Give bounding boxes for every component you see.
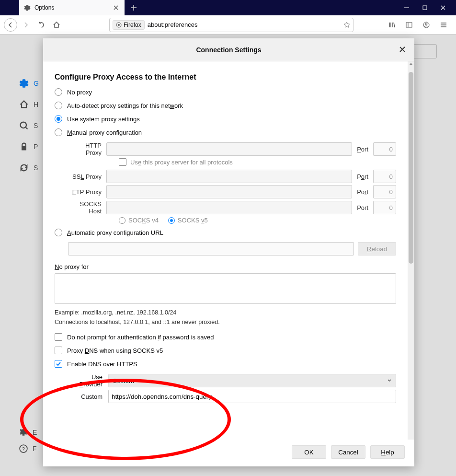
use-for-all-checkbox[interactable]: Use this proxy server for all protocols [119, 158, 396, 166]
enable-doh-label: Enable DNS over HTTPS [67, 360, 137, 368]
sidebar-bottom: E ? F [19, 424, 37, 457]
radio-socks-v5[interactable]: SOCKS v5 [168, 217, 208, 224]
scroll-up-icon[interactable] [408, 61, 414, 66]
http-proxy-input[interactable] [106, 142, 352, 156]
url-text: about:preferences [148, 21, 341, 28]
no-proxy-textarea[interactable] [55, 273, 396, 304]
gear-icon [24, 4, 31, 11]
toolbar: Firefox about:preferences [0, 15, 456, 35]
sidebar-item-sync[interactable]: S [19, 157, 43, 178]
help-button[interactable]: Help [370, 445, 405, 459]
radio-no-proxy[interactable]: No proxy [55, 88, 396, 96]
dialog-footer: OK Cancel Help [43, 440, 414, 466]
gear-icon [19, 79, 29, 88]
reload-button[interactable]: Reload [358, 242, 396, 255]
close-window-icon[interactable] [440, 4, 446, 11]
dialog-body: Configure Proxy Access to the Internet N… [43, 61, 414, 440]
library-button[interactable] [385, 18, 399, 32]
sidebar-item-general[interactable]: G [19, 73, 43, 94]
maximize-icon[interactable] [422, 4, 428, 11]
example-text: Example: .mozilla.org, .net.nz, 192.168.… [55, 309, 396, 316]
forward-button[interactable] [19, 18, 33, 32]
radio-auto-detect[interactable]: Auto-detect proxy settings for this netw… [55, 102, 396, 109]
bookmark-star-icon[interactable] [343, 22, 350, 28]
checkbox-icon [119, 158, 126, 166]
radio-icon [55, 229, 62, 236]
search-icon [19, 121, 29, 130]
title-bar: Options [0, 0, 456, 15]
radio-manual[interactable]: Manual proxy configuration [55, 128, 396, 136]
identity-box[interactable]: Firefox [113, 20, 145, 30]
account-button[interactable] [420, 18, 433, 32]
home-icon [19, 100, 29, 109]
ftp-proxy-input[interactable] [106, 185, 352, 198]
ftp-port-input[interactable] [373, 185, 396, 198]
no-proxy-label: No proxy for [55, 263, 396, 270]
manual-proxy-grid: HTTP Proxy Port Use this proxy server fo… [68, 142, 396, 224]
radio-socks-v4[interactable]: SOCKS v4 [119, 217, 159, 224]
svg-point-5 [425, 23, 427, 25]
sync-icon [19, 163, 29, 173]
ssl-port-input[interactable] [373, 170, 396, 183]
sidebar-item-search[interactable]: S [19, 115, 43, 136]
radio-icon [55, 115, 62, 123]
close-icon[interactable] [112, 4, 120, 12]
socks-port-input[interactable] [373, 201, 396, 214]
custom-label: Custom [68, 393, 104, 400]
sidebar-item-extensions[interactable]: E [19, 424, 37, 441]
radio-icon [119, 217, 125, 224]
provider-label: Use Provider [68, 373, 104, 388]
close-icon[interactable] [398, 45, 407, 54]
address-bar[interactable]: Firefox about:preferences [109, 18, 353, 32]
radio-auto-url[interactable]: Automatic proxy configuration URL [55, 229, 396, 236]
puzzle-icon [19, 428, 28, 437]
socks-host-label: SOCKS Host [68, 200, 104, 215]
pac-url-input[interactable] [68, 242, 354, 255]
checkbox-enable-doh[interactable]: Enable DNS over HTTPS [55, 360, 396, 368]
tab-title: Options [34, 4, 108, 11]
svg-rect-0 [423, 6, 427, 10]
localhost-note: Connections to localhost, 127.0.0.1, and… [55, 319, 396, 325]
socks-host-input[interactable] [106, 201, 352, 214]
radio-icon [55, 102, 62, 109]
ssl-proxy-input[interactable] [106, 170, 352, 183]
svg-point-2 [118, 24, 120, 26]
ftp-proxy-label: FTP Proxy [68, 188, 104, 196]
provider-select[interactable]: Custom [108, 374, 396, 387]
scrollbar[interactable] [408, 61, 414, 440]
new-tab-button[interactable] [130, 4, 137, 11]
reload-button[interactable] [34, 18, 48, 32]
checkbox-icon [55, 360, 62, 368]
dialog-header: Connection Settings [43, 38, 414, 61]
sidebar-button[interactable] [402, 18, 416, 32]
scrollbar-thumb[interactable] [409, 72, 413, 264]
svg-rect-7 [22, 146, 26, 151]
back-button[interactable] [4, 18, 17, 32]
checkbox-no-prompt[interactable]: Do not prompt for authentication if pass… [55, 333, 396, 341]
radio-icon [55, 88, 62, 96]
checkbox-icon [55, 333, 62, 341]
sidebar-item-support[interactable]: ? F [19, 441, 37, 457]
sidebar-item-privacy[interactable]: P [19, 136, 43, 157]
checkbox-proxy-dns[interactable]: Proxy DNS when using SOCKS v5 [55, 347, 396, 354]
minimize-icon[interactable] [403, 4, 410, 11]
browser-tab[interactable]: Options [19, 0, 125, 15]
http-proxy-label: HTTP Proxy [68, 142, 104, 156]
checkbox-icon [55, 347, 62, 354]
dialog-title: Connection Settings [196, 46, 261, 54]
lock-icon [19, 142, 29, 151]
custom-doh-input[interactable] [108, 390, 396, 403]
home-button[interactable] [50, 18, 63, 32]
sidebar-item-home[interactable]: H [19, 94, 43, 115]
svg-rect-3 [406, 23, 412, 27]
chevron-down-icon [387, 378, 392, 383]
radio-use-system[interactable]: Use system proxy settings [55, 115, 396, 123]
menu-button[interactable] [437, 18, 450, 32]
cancel-button[interactable]: Cancel [331, 445, 365, 459]
radio-icon [55, 128, 62, 136]
custom-row: Custom [68, 390, 396, 403]
http-port-input[interactable] [373, 142, 396, 156]
window-controls [403, 4, 456, 11]
ok-button[interactable]: OK [292, 445, 326, 459]
ssl-proxy-label: SSL Proxy [68, 173, 104, 180]
